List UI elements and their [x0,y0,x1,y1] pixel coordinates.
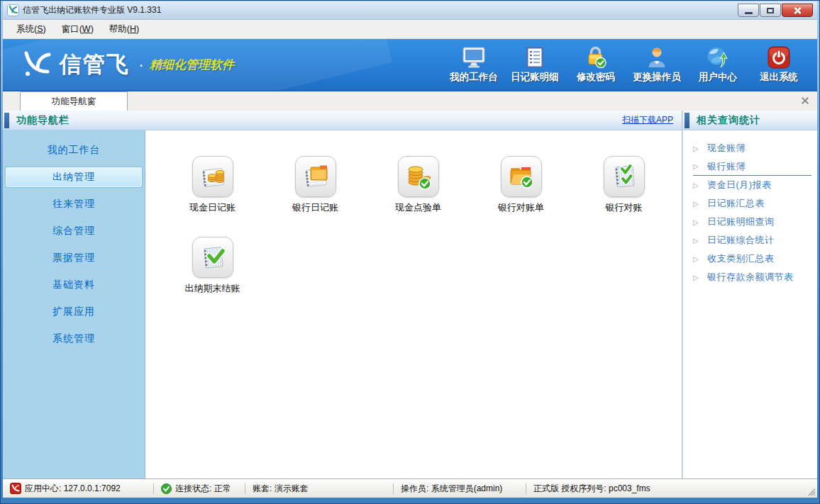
app-center-logo-icon [10,483,21,494]
brand-logo: 信管飞 · 精细化管理软件 [21,50,234,79]
cash-journal-icon [197,161,228,192]
cash-count-icon [403,161,434,192]
nav-header: 功能导航栏 扫描下载APP [3,111,682,130]
menu-bar: 系统(S) 窗口(W) 帮助(H) [3,20,817,39]
status-connection: 连接状态: 正常 [154,483,245,495]
header-accent-bar [4,113,9,128]
close-button[interactable] [782,4,813,17]
app-cashier-period-close[interactable]: 出纳期末结账 [161,237,264,295]
related-item-journal-detail-query[interactable]: ▷日记账明细查询 [693,213,817,231]
minimize-icon [745,12,753,14]
status-bar: 应用中心: 127.0.0.1:7092 连接状态: 正常 账套: 演示账套 操… [3,478,817,498]
sidebar: 我的工作台 出纳管理 往来管理 综合管理 票据管理 基础资料 扩展应用 系统管理 [3,130,145,478]
app-bank-statement[interactable]: 银行对账单 [470,156,572,214]
triangle-bullet-icon: ▷ [693,218,707,226]
app-cash-journal[interactable]: 现金日记账 [161,156,264,214]
brand-banner: 信管飞 · 精细化管理软件 我的工作台 [3,39,817,90]
sidebar-item-comprehensive-mgmt[interactable]: 综合管理 [5,220,143,242]
sidebar-item-basic-data[interactable]: 基础资料 [5,274,143,296]
close-tab-button[interactable] [800,96,810,106]
toolbar-user-center[interactable]: 用户中心 [692,45,743,84]
header-accent-bar [685,113,689,128]
window-title: 信管飞出纳记账软件专业版 V9.1.331 [23,4,161,16]
triangle-bullet-icon: ▷ [693,237,707,245]
related-item-bank-ledger[interactable]: ▷银行账簿 [693,157,811,176]
bank-reconcile-icon [609,161,640,192]
sidebar-item-current-mgmt[interactable]: 往来管理 [5,194,143,215]
user-center-globe-icon [706,45,730,69]
app-logo-icon [7,4,19,16]
resize-grip[interactable] [807,488,816,496]
close-tab-icon [801,96,809,105]
banner-toolbar: 我的工作台 日记账明细 [448,45,804,84]
triangle-bullet-icon: ▷ [693,200,707,208]
toolbar-change-password[interactable]: 修改密码 [570,45,621,84]
status-app-center: 应用中心: 127.0.0.1:7092 [3,483,153,495]
related-header-title: 相关查询统计 [697,114,760,127]
app-bank-reconcile[interactable]: 银行对账 [572,156,675,214]
status-license: 正式版 授权序列号: pc003_fms [526,483,658,495]
triangle-bullet-icon: ▷ [693,181,707,189]
nav-header-title: 功能导航栏 [16,114,70,127]
tab-strip: 功能导航窗 [3,90,817,111]
related-item-income-expense-summary[interactable]: ▷收支类别汇总表 [693,250,817,268]
related-item-fund-daily-report[interactable]: ▷资金日(月)报表 [693,176,817,194]
cashier-period-close-icon [197,242,228,273]
journal-detail-icon [524,46,545,69]
close-icon [793,6,802,15]
sidebar-item-bill-mgmt[interactable]: 票据管理 [5,247,143,269]
status-operator: 操作员: 系统管理员(admin) [394,483,526,495]
toolbar-switch-operator[interactable]: 更换操作员 [631,45,682,84]
tab-function-nav[interactable]: 功能导航窗 [20,91,128,111]
sidebar-item-cashier-mgmt[interactable]: 出纳管理 [5,167,143,188]
sidebar-item-system-mgmt[interactable]: 系统管理 [5,328,143,349]
triangle-bullet-icon: ▷ [693,274,707,281]
related-item-cash-ledger[interactable]: ▷现金账簿 [693,139,817,157]
triangle-bullet-icon: ▷ [693,162,707,170]
connection-ok-icon [161,483,172,494]
sidebar-item-my-workbench[interactable]: 我的工作台 [5,140,143,161]
triangle-bullet-icon: ▷ [693,145,707,152]
download-app-link[interactable]: 扫描下载APP [622,114,673,126]
title-bar: 信管飞出纳记账软件专业版 V9.1.331 [3,1,817,20]
maximize-button[interactable] [760,4,781,17]
app-cash-count[interactable]: 现金点验单 [367,156,470,214]
bank-statement-icon [506,161,537,192]
brand-slogan: 精细化管理软件 [150,57,234,73]
related-item-bank-balance-adjustment[interactable]: ▷银行存款余额调节表 [693,268,817,286]
triangle-bullet-icon: ▷ [693,255,707,263]
minimize-button[interactable] [738,4,759,17]
app-bank-journal[interactable]: 银行日记账 [264,156,367,214]
bank-journal-icon [300,161,331,192]
brand-separator: · [138,55,144,74]
toolbar-my-workbench[interactable]: 我的工作台 [448,46,499,84]
main-panel: 现金日记账 [145,130,682,478]
brand-name: 信管飞 [60,50,130,79]
menu-system[interactable]: 系统(S) [10,21,52,38]
sidebar-item-extended-apps[interactable]: 扩展应用 [5,301,143,323]
exit-power-icon [768,46,790,69]
toolbar-journal-detail[interactable]: 日记账明细 [509,46,560,84]
app-window: 信管飞出纳记账软件专业版 V9.1.331 系统(S) 窗口(W) 帮助(H) … [0,0,820,504]
menu-window[interactable]: 窗口(W) [55,21,100,38]
switch-operator-person-icon [646,45,668,69]
workbench-monitor-icon [462,46,486,69]
restore-icon [767,8,774,13]
related-item-journal-summary[interactable]: ▷日记账汇总表 [693,194,817,213]
related-item-journal-statistics[interactable]: ▷日记账综合统计 [693,231,817,250]
related-panel: 相关查询统计 ▷现金账簿 ▷银行账簿 ▷资金日(月)报表 ▷日记账汇总表 ▷日记… [682,111,817,478]
change-password-lock-icon [584,45,607,69]
related-header: 相关查询统计 [683,111,817,130]
brand-swirl-icon [21,50,54,79]
status-account-set: 账套: 演示账套 [245,483,393,495]
menu-help[interactable]: 帮助(H) [103,21,145,38]
toolbar-exit-system[interactable]: 退出系统 [753,46,804,84]
